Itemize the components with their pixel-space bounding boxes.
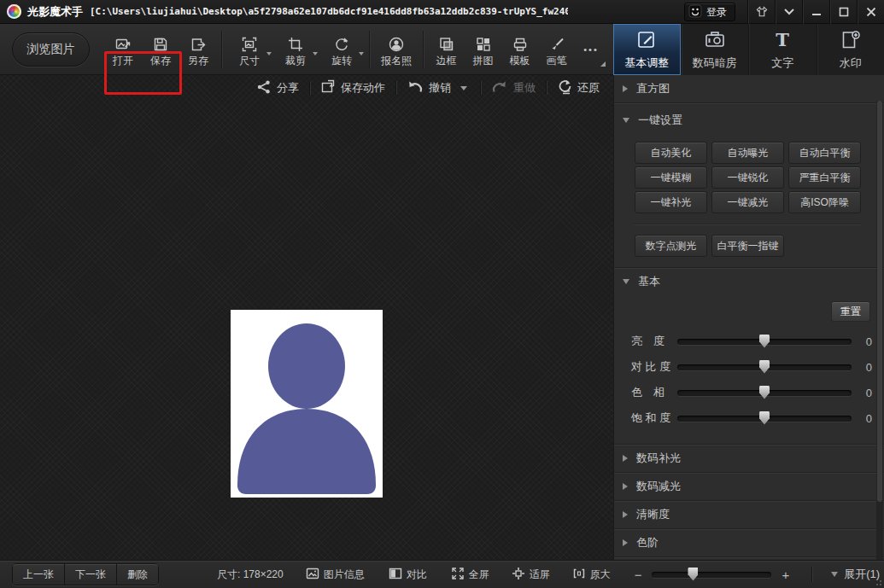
open-button[interactable]: 打开: [104, 26, 142, 73]
compare-icon: [389, 567, 402, 583]
text-t-icon: T: [771, 29, 793, 51]
brush-button[interactable]: 画笔: [538, 26, 575, 73]
section-one-key[interactable]: 一键设置: [614, 102, 884, 137]
browse-images-button[interactable]: 浏览图片: [12, 32, 90, 67]
menu-dropdown-button[interactable]: [775, 0, 802, 24]
slider-handle[interactable]: [759, 411, 770, 425]
auto-white-balance-button[interactable]: 自动白平衡: [788, 142, 861, 164]
minimize-button[interactable]: [802, 0, 829, 24]
dropdown-arrow-icon[interactable]: [359, 52, 364, 55]
statusbar-separator: [811, 567, 812, 582]
compare-button[interactable]: 对比: [389, 567, 427, 583]
template-label: 模板: [510, 55, 530, 66]
tab-basic-adjust[interactable]: 基本调整: [613, 24, 681, 75]
white-balance-one-touch-button[interactable]: 白平衡一指键: [711, 235, 784, 257]
metering-row: 数字点测光 白平衡一指键: [635, 235, 884, 257]
close-button[interactable]: [857, 0, 884, 24]
high-iso-denoise-button[interactable]: 高ISO降噪: [788, 191, 861, 213]
tab-text[interactable]: T 文字: [748, 24, 817, 75]
reset-button[interactable]: 重置: [831, 301, 870, 322]
tab-darkroom[interactable]: 数码暗房: [681, 24, 749, 75]
hue-slider[interactable]: [677, 390, 852, 396]
share-button[interactable]: 分享: [256, 79, 299, 97]
digital-fill-light-label: 数码补光: [636, 451, 681, 466]
section-histogram[interactable]: 直方图: [614, 75, 884, 102]
scrollbar-thumb[interactable]: [877, 101, 882, 502]
template-button[interactable]: 模板: [501, 26, 538, 73]
fullscreen-button[interactable]: 全屏: [451, 567, 489, 583]
save-action-button[interactable]: 保存动作: [320, 79, 385, 97]
slider-handle[interactable]: [759, 335, 770, 348]
auto-beautify-button[interactable]: 自动美化: [635, 142, 707, 164]
skin-button[interactable]: [747, 0, 775, 24]
resize-icon: [241, 34, 258, 53]
photo-nav-group: 上一张 下一张 删除: [12, 563, 159, 585]
fit-screen-button[interactable]: 适屏: [512, 567, 550, 583]
section-collapsed-icon: [623, 85, 628, 92]
zoom-in-button[interactable]: +: [778, 568, 793, 582]
previous-photo-button[interactable]: 上一张: [13, 564, 64, 585]
toolbar-separator: [221, 31, 222, 68]
brightness-label: 亮 度: [631, 334, 676, 349]
resize-button[interactable]: 尺寸: [226, 26, 272, 73]
section-basic[interactable]: 基本: [614, 267, 884, 294]
expand-filmstrip-button[interactable]: 展开(1): [831, 567, 880, 582]
one-key-blur-button[interactable]: 一键模糊: [635, 166, 707, 189]
one-key-label: 一键设置: [638, 113, 682, 128]
save-as-button[interactable]: 另存: [179, 26, 217, 73]
section-digital-dim-light[interactable]: 数码减光: [614, 472, 884, 500]
dropdown-arrow-icon[interactable]: [313, 52, 318, 55]
slider-handle[interactable]: [759, 360, 770, 374]
section-collapsed-icon: [623, 511, 628, 518]
saturation-slider[interactable]: [677, 416, 852, 422]
section-digital-fill-light[interactable]: 数码补光: [614, 444, 884, 472]
rotate-button[interactable]: 旋转: [319, 26, 365, 73]
rotate-icon: [333, 34, 350, 53]
one-key-sharpen-button[interactable]: 一键锐化: [711, 166, 784, 189]
share-label: 分享: [277, 80, 299, 96]
redo-label: 重做: [513, 80, 536, 96]
brightness-slider[interactable]: [677, 339, 852, 345]
restore-button[interactable]: 还原: [557, 79, 600, 97]
contrast-slider[interactable]: [677, 364, 852, 370]
tab-watermark[interactable]: 水印: [817, 24, 884, 75]
save-as-label: 另存: [188, 55, 208, 66]
minimize-icon: [811, 7, 822, 17]
digital-spot-metering-button[interactable]: 数字点测光: [635, 235, 707, 257]
more-tools-button[interactable]: •••: [575, 26, 607, 73]
login-button[interactable]: 登录: [684, 3, 735, 21]
dropdown-arrow-icon[interactable]: [266, 52, 272, 55]
one-key-dim-light-button[interactable]: 一键减光: [711, 191, 784, 213]
section-collapsed-icon: [623, 483, 628, 490]
section-clarity[interactable]: 清晰度: [614, 500, 884, 528]
auto-exposure-button[interactable]: 自动曝光: [711, 142, 784, 164]
crop-button[interactable]: 裁剪: [272, 26, 319, 73]
image-info-button[interactable]: 图片信息: [306, 567, 365, 583]
section-collapsed-icon: [623, 455, 628, 462]
next-photo-button[interactable]: 下一张: [64, 564, 116, 585]
original-size-label: 原大: [590, 568, 611, 582]
redo-button[interactable]: 重做: [491, 79, 536, 97]
undo-dropdown-button[interactable]: [458, 86, 470, 90]
settings-panel: 直方图 一键设置 自动美化 自动曝光 自动白平衡 一键模糊 一键锐化 严重白平衡…: [613, 75, 884, 560]
frame-button[interactable]: 边框: [428, 26, 465, 73]
toolbar-separator: [369, 31, 370, 68]
panel-scrollbar[interactable]: [876, 101, 883, 560]
zoom-slider[interactable]: [652, 572, 771, 578]
zoom-slider-handle[interactable]: [688, 568, 698, 581]
slider-handle[interactable]: [759, 386, 770, 399]
original-size-button[interactable]: 原大: [572, 567, 611, 583]
severe-white-balance-button[interactable]: 严重白平衡: [788, 166, 861, 189]
one-key-fill-light-button[interactable]: 一键补光: [635, 191, 707, 213]
edited-photo[interactable]: [231, 310, 383, 498]
delete-photo-button[interactable]: 删除: [116, 564, 158, 585]
resize-grip[interactable]: [874, 578, 882, 586]
save-button[interactable]: 保存: [142, 26, 179, 73]
maximize-button[interactable]: [829, 0, 857, 24]
section-levels[interactable]: 色阶: [614, 528, 884, 556]
id-photo-button[interactable]: 报名照: [374, 26, 419, 73]
undo-button[interactable]: 撤销: [407, 79, 451, 97]
brush-label: 画笔: [547, 55, 567, 66]
zoom-out-button[interactable]: −: [631, 568, 646, 582]
collage-button[interactable]: 拼图: [465, 26, 501, 73]
